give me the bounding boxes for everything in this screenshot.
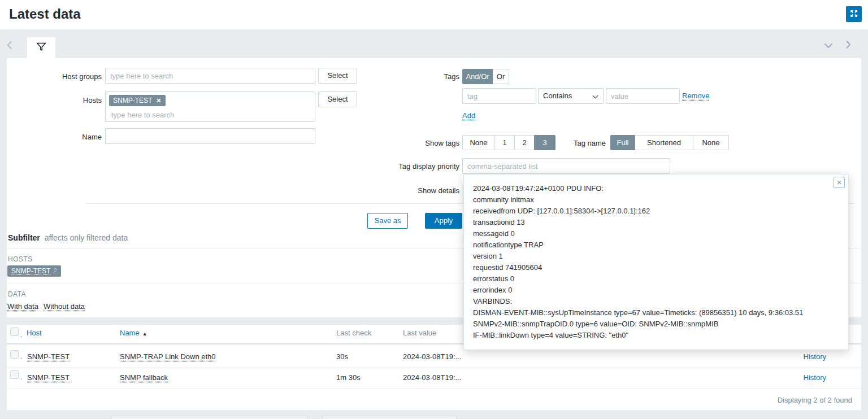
popup-line: SNMPv2-MIB::snmpTrapOID.0 type=6 value=O… xyxy=(473,318,839,330)
tag-name-full[interactable]: Full xyxy=(610,135,635,150)
column-header-last-value: Last value xyxy=(403,329,436,337)
subfilter-data-header: DATA xyxy=(8,290,26,298)
row-history-link[interactable]: History xyxy=(798,373,826,382)
collapse-filter-chevron-down-icon[interactable] xyxy=(824,42,833,50)
tags-operator-andor[interactable]: And/Or xyxy=(462,69,493,84)
subfilter-host-chip-name[interactable]: SNMP-TEST xyxy=(11,267,50,275)
checkbox-separator-dot: . xyxy=(20,331,22,339)
apply-button[interactable]: Apply xyxy=(425,213,462,229)
popup-line: version 1 xyxy=(473,251,839,262)
fullscreen-button[interactable] xyxy=(846,6,862,22)
trap-value-popup: ✕ 2024-03-08T19:47:24+0100 PDU INFO: com… xyxy=(463,174,849,350)
tags-operator-segmented: And/Or Or xyxy=(462,69,509,84)
checkbox-separator-dot: . xyxy=(20,373,22,381)
popup-line: 2024-03-08T19:47:24+0100 PDU INFO: xyxy=(473,183,839,194)
tag-operator-selected-value: Contains xyxy=(543,91,572,100)
row-divider xyxy=(7,388,861,389)
host-groups-input[interactable] xyxy=(105,68,315,84)
save-as-button[interactable]: Save as xyxy=(367,213,408,229)
popup-line: transactionid 13 xyxy=(473,217,839,228)
tags-operator-or[interactable]: Or xyxy=(492,69,509,84)
row-history-link[interactable]: History xyxy=(798,352,826,361)
bottom-action-button-stub xyxy=(111,416,308,419)
table-footer-count: Displaying 2 of 2 found xyxy=(735,396,852,404)
subfilter-hosts-header: HOSTS xyxy=(8,255,32,263)
tags-label: Tags xyxy=(369,72,459,81)
popup-line: errorindex 0 xyxy=(473,285,839,296)
popup-line: community initmax xyxy=(473,194,839,206)
chevron-left-icon[interactable] xyxy=(7,41,12,51)
filter-funnel-icon xyxy=(36,42,46,54)
column-header-name[interactable]: Name▲ xyxy=(120,329,147,337)
tag-operator-select[interactable]: Contains xyxy=(538,88,604,104)
show-details-label: Show details xyxy=(369,186,459,195)
checkbox-separator-dot: . xyxy=(20,352,22,360)
subfilter-host-chip-count: 2 xyxy=(53,267,57,275)
show-tags-label: Show tags xyxy=(369,139,459,147)
subfilter-with-data-link[interactable]: With data xyxy=(7,302,38,311)
subfilter-subtitle: affects only filtered data xyxy=(45,233,128,242)
hosts-multiselect-placeholder: type here to search xyxy=(109,111,311,119)
hosts-select-button[interactable]: Select xyxy=(318,91,357,107)
host-chip-label: SNMP-TEST xyxy=(113,97,152,104)
row-item-name-link[interactable]: SNMP fallback xyxy=(120,373,168,382)
column-header-host[interactable]: Host xyxy=(27,329,42,337)
show-tags-2[interactable]: 2 xyxy=(514,135,535,150)
subfilter-host-chip[interactable]: SNMP-TEST 2 xyxy=(7,265,61,277)
column-header-last-check: Last check xyxy=(336,329,371,337)
row-last-value: 2024-03-08T19:... xyxy=(403,373,461,382)
row-last-check: 1m 30s xyxy=(336,373,361,382)
hosts-label: Hosts xyxy=(11,96,102,104)
popup-line: DISMAN-EVENT-MIB::sysUpTimeInstance type… xyxy=(473,307,839,318)
subfilter-heading: Subfilter affects only filtered data xyxy=(8,233,128,242)
show-tags-3[interactable]: 3 xyxy=(534,135,555,150)
subfilter-title: Subfilter xyxy=(8,233,40,242)
show-tags-1[interactable]: 1 xyxy=(494,135,515,150)
popup-line: receivedfrom UDP: [127.0.0.1]:58304->[12… xyxy=(473,206,839,217)
name-label: Name xyxy=(11,133,102,141)
popup-line: errorstatus 0 xyxy=(473,273,839,285)
hosts-multiselect[interactable]: SNMP-TEST ✕ type here to search xyxy=(105,91,315,122)
tag-name-none[interactable]: None xyxy=(693,135,729,150)
select-all-checkbox[interactable] xyxy=(10,328,19,336)
tag-display-priority-input[interactable] xyxy=(462,158,670,174)
host-chip-remove-icon[interactable]: ✕ xyxy=(156,98,161,104)
row-divider xyxy=(7,368,861,368)
name-input[interactable] xyxy=(105,128,315,144)
popup-line: notificationtype TRAP xyxy=(473,239,839,251)
tag-value-input[interactable] xyxy=(606,88,680,104)
row-last-check: 30s xyxy=(336,352,348,361)
popup-line: messageid 0 xyxy=(473,228,839,239)
tag-add-link[interactable]: Add xyxy=(462,111,475,120)
fullscreen-icon xyxy=(849,9,858,20)
popup-line: requestid 741905604 xyxy=(473,262,839,273)
row-host-link[interactable]: SNMP-TEST xyxy=(27,352,70,361)
subfilter-without-data-link[interactable]: Without data xyxy=(44,302,85,311)
row-checkbox[interactable] xyxy=(10,370,19,379)
tag-name-shortened[interactable]: Shortened xyxy=(635,135,693,150)
host-groups-label: Host groups xyxy=(11,72,102,81)
sort-ascending-icon: ▲ xyxy=(142,331,147,337)
popup-close-icon[interactable]: ✕ xyxy=(834,177,845,188)
row-last-value: 2024-03-08T19:... xyxy=(403,352,461,361)
tag-name-mode-label: Tag name xyxy=(559,139,606,147)
select-chevron-down-icon xyxy=(593,93,598,99)
row-host-link[interactable]: SNMP-TEST xyxy=(27,373,70,382)
tag-remove-link[interactable]: Remove xyxy=(682,91,709,100)
show-tags-segmented: None 1 2 3 xyxy=(462,135,555,150)
bottom-action-button-stub xyxy=(322,416,457,419)
host-chip: SNMP-TEST ✕ xyxy=(109,95,166,106)
tab-filter[interactable] xyxy=(27,37,55,59)
chevron-right-icon[interactable] xyxy=(845,40,851,51)
tag-display-priority-label: Tag display priority xyxy=(369,162,459,171)
show-tags-none[interactable]: None xyxy=(462,135,495,150)
page-title: Latest data xyxy=(9,6,81,22)
tag-name-segmented: Full Shortened None xyxy=(610,135,729,150)
tag-name-input[interactable] xyxy=(462,88,536,104)
popup-line: IF-MIB::linkDown type=4 value=STRING: "e… xyxy=(473,330,839,341)
host-groups-select-button[interactable]: Select xyxy=(318,68,357,84)
row-item-name-link[interactable]: SNMP-TRAP Link Down eth0 xyxy=(120,352,216,361)
popup-line: VARBINDS: xyxy=(473,296,839,307)
row-checkbox[interactable] xyxy=(10,350,19,359)
